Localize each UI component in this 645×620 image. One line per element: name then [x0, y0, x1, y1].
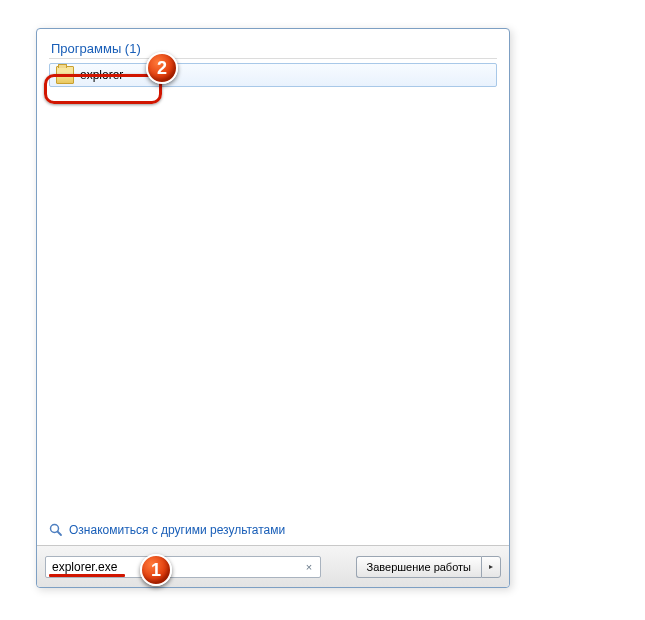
svg-line-1 — [58, 532, 62, 536]
start-menu-search-panel: Программы (1) explorer Ознакомиться с др… — [36, 28, 510, 588]
results-category-header: Программы (1) — [49, 37, 497, 59]
shutdown-button[interactable]: Завершение работы — [356, 556, 481, 578]
clear-search-icon[interactable]: × — [302, 560, 316, 574]
see-more-results-label: Ознакомиться с другими результатами — [69, 523, 285, 537]
search-result-explorer[interactable]: explorer — [49, 63, 497, 87]
search-input[interactable] — [52, 560, 302, 574]
shutdown-options-arrow[interactable]: ▸ — [481, 556, 501, 578]
start-menu-bottom-bar: × Завершение работы ▸ — [37, 545, 509, 587]
folder-icon — [56, 66, 74, 84]
result-item-label: explorer — [80, 68, 123, 82]
search-results-area: Программы (1) explorer — [37, 29, 509, 545]
search-box[interactable]: × — [45, 556, 321, 578]
search-icon — [49, 523, 63, 537]
shutdown-split-button: Завершение работы ▸ — [356, 556, 501, 578]
see-more-results-link[interactable]: Ознакомиться с другими результатами — [49, 523, 285, 537]
